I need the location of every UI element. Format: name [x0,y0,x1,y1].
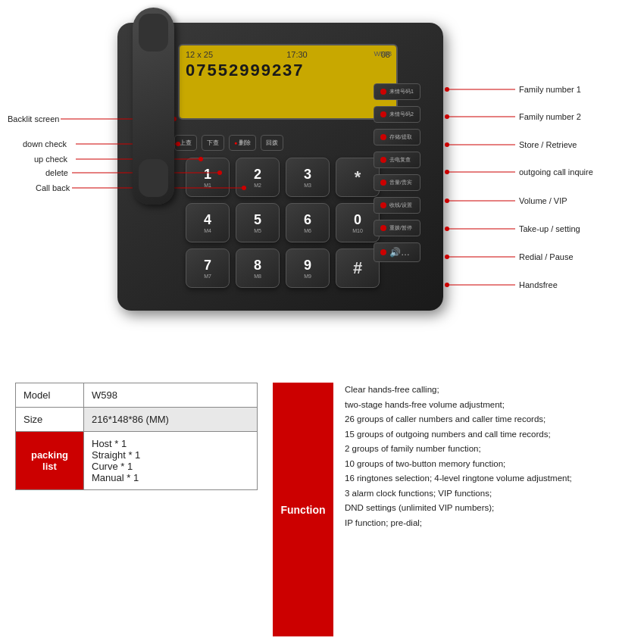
function-block: Function Clear hands-free calling; two-s… [258,383,629,636]
packing-label-cell: packing list [16,432,84,490]
key-5[interactable]: 5M5 [236,203,280,242]
model-label-cell: Model [16,383,84,408]
outgoing-call-label: outgoing call inquire [519,167,593,177]
handset [133,8,174,205]
key-3[interactable]: 3M3 [286,158,330,197]
key-1[interactable]: 1M1 [186,158,230,197]
table-row-model: Model W598 [16,383,258,408]
svg-point-11 [445,87,449,92]
size-label-cell: Size [16,408,84,432]
phone-diagram-section: 12 x 25 17:30 08 07552999237 W598 上查 下查 … [0,0,644,371]
size-value-cell: 216*148*86 (MM) [84,408,258,432]
family-num-1-btn[interactable]: 来情号码1 [374,83,420,100]
model-value-cell: W598 [84,383,258,408]
up-btn[interactable]: 上查 [174,135,197,151]
table-row-packing: packing list Host * 1 Straight * 1 Curve… [16,432,258,490]
family-num-2-btn[interactable]: 来情号码2 [374,106,420,123]
callback-btn[interactable]: 回拨 [261,135,283,151]
store-retrieve-btn[interactable]: 存储/提取 [374,129,420,145]
svg-point-21 [445,227,449,231]
key-4[interactable]: 4M4 [186,203,230,242]
function-item-3: 26 groups of caller numbers and caller t… [345,412,572,427]
function-item-7: 16 ringtones selection; 4-level ringtone… [345,471,572,486]
screen-number: 07552999237 [186,61,390,80]
family-number-2-label: Family number 2 [519,112,581,121]
packing-item-straight: Straight * 1 [92,449,249,461]
specs-table: Model W598 Size 216*148*86 (MM) packing … [15,383,258,490]
key-8[interactable]: 8M8 [236,249,280,288]
key-7[interactable]: 7M7 [186,249,230,288]
key-2[interactable]: 2M2 [236,158,280,197]
svg-point-19 [445,199,449,203]
bottom-section: Model W598 Size 216*148*86 (MM) packing … [0,375,644,644]
packing-item-curve: Curve * 1 [92,461,249,472]
function-label: Function [273,383,333,636]
function-item-6: 10 groups of two-button memory function; [345,457,572,472]
function-item-9: DND settings (unlimited VIP numbers); [345,501,572,516]
delete-btn[interactable]: 删除 [229,135,256,151]
redial-pause-btn[interactable]: 重拨/暂停 [374,220,420,236]
outgoing-call-btn[interactable]: 去电复查 [374,152,420,168]
function-item-2: two-stage hands-free volume adjustment; [345,398,572,413]
takeup-setting-label: Take-up / setting [519,224,580,233]
key-6[interactable]: 6M6 [286,203,330,242]
store-retrieve-label: Store / Retrieve [519,140,577,149]
phone-screen: 12 x 25 17:30 08 07552999237 W598 [178,44,398,120]
key-9[interactable]: 9M9 [286,249,330,288]
delete-label: delete [45,168,68,177]
screen-date: 12 x 25 [186,50,213,59]
svg-point-17 [445,170,449,174]
backlit-screen-label: Backlit screen [8,114,59,123]
function-item-5: 2 groups of family number function; [345,442,572,457]
call-back-label: Call back [36,183,70,192]
svg-point-15 [445,142,449,147]
controls-row: 上查 下查 删除 回拨 [174,135,398,151]
down-check-label: down check [23,139,67,148]
function-label-column: Function [273,383,333,636]
table-row-size: Size 216*148*86 (MM) [16,408,258,432]
volume-vip-label: Volume / VIP [519,196,567,205]
svg-point-23 [445,255,449,259]
svg-point-13 [445,114,449,119]
keypad: 1M1 2M2 3M3 * 4M4 5M5 6M6 0M10 7M7 8M8 9… [186,158,380,288]
handsfree-btn[interactable]: 🔊… [374,242,420,262]
function-item-8: 3 alarm clock functions; VIP functions; [345,486,572,502]
packing-value-cell: Host * 1 Straight * 1 Curve * 1 Manual *… [84,432,258,490]
redial-pause-label: Redial / Pause [519,252,574,261]
takeup-setting-btn[interactable]: 收线/设置 [374,197,420,214]
screen-time: 17:30 [286,50,308,59]
svg-point-25 [445,283,449,287]
function-item-10: IP function; pre-dial; [345,516,572,531]
packing-item-manual: Manual * 1 [92,472,249,483]
specs-table-wrap: Model W598 Size 216*148*86 (MM) packing … [15,383,258,636]
right-buttons: 来情号码1 来情号码2 存储/提取 去电复查 音量/贵宾 收线/设置 重拨/暂停… [374,83,420,262]
family-number-1-label: Family number 1 [519,85,581,94]
down-btn[interactable]: 下查 [202,135,224,151]
function-text: Clear hands-free calling; two-stage hand… [333,383,572,636]
volume-vip-btn[interactable]: 音量/贵宾 [374,174,420,191]
function-item-1: Clear hands-free calling; [345,383,572,398]
packing-item-host: Host * 1 [92,438,249,449]
handsfree-label: Handsfree [519,280,558,289]
function-item-4: 15 groups of outgoing numbers and call t… [345,427,572,442]
up-check-label: up check [34,155,68,164]
screen-model-label: W598 [374,50,392,58]
